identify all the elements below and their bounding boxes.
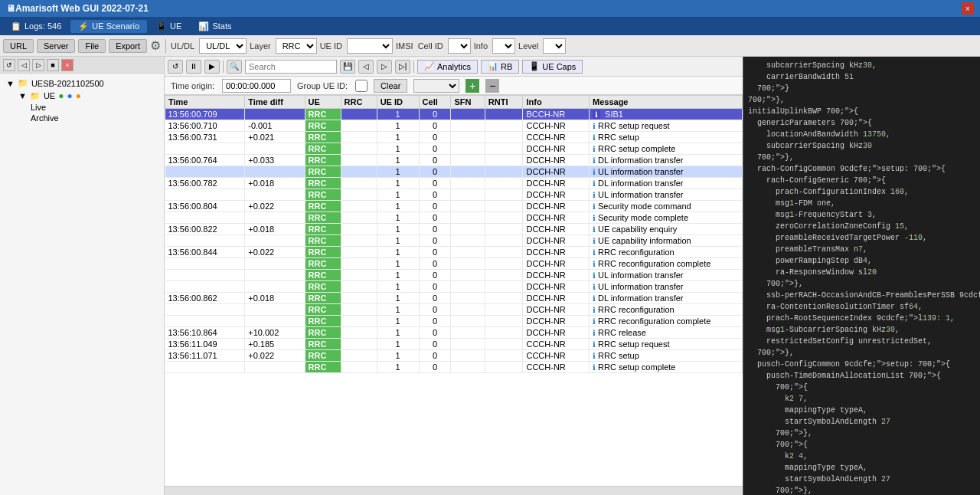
menu-ue-scenario[interactable]: ⚡ UE Scenario: [70, 20, 147, 33]
info-select[interactable]: [492, 38, 515, 54]
log-next-btn[interactable]: ▷: [377, 60, 392, 74]
add-filter-button[interactable]: +: [466, 79, 479, 93]
time-origin-input[interactable]: [222, 79, 291, 93]
info-icon: ℹ: [593, 214, 596, 222]
table-cell: RRC: [305, 189, 341, 201]
log-table-container[interactable]: Time Time diff UE RRC UE ID Cell SFN RNT…: [165, 95, 743, 486]
table-cell: ℹRRC release: [590, 327, 743, 339]
table-cell: CCCH-NR: [523, 120, 590, 132]
table-cell: ℹUL information transfer: [590, 189, 743, 201]
table-cell: [485, 143, 523, 155]
menu-ue[interactable]: 📱 UE: [149, 20, 189, 33]
close-button[interactable]: ×: [962, 2, 974, 15]
table-row[interactable]: 13:56:00.710-0.001RRC10CCCH-NRℹRRC setup…: [165, 120, 743, 132]
info-icon: ℹ: [593, 329, 596, 337]
ue-caps-button[interactable]: 📱 UE Caps: [522, 60, 583, 74]
col-rrc[interactable]: RRC: [341, 96, 377, 109]
col-cell[interactable]: Cell: [419, 96, 451, 109]
refresh-button[interactable]: ↺: [3, 59, 15, 71]
table-row[interactable]: 13:56:00.804+0.022RRC10DCCH-NRℹSecurity …: [165, 201, 743, 212]
table-cell: CCCH-NR: [523, 339, 590, 350]
forward-button[interactable]: ▷: [32, 59, 44, 71]
url-button[interactable]: URL: [3, 39, 34, 53]
table-row[interactable]: 13:56:00.782+0.018RRC10DCCH-NRℹDL inform…: [165, 178, 743, 189]
table-cell: ℹRRC reconfiguration: [590, 304, 743, 316]
analytics-button[interactable]: 📈 Analytics: [417, 60, 478, 74]
file-button[interactable]: File: [78, 39, 106, 53]
table-row[interactable]: 13:56:11.071+0.022RRC10CCCH-NRℹRRC setup: [165, 350, 743, 362]
table-cell: RRC: [305, 304, 341, 316]
stop-button[interactable]: ■: [47, 59, 59, 71]
table-cell: DCCH-NR: [523, 224, 590, 235]
log-pause-btn[interactable]: ⏸: [186, 60, 201, 74]
table-row[interactable]: 13:56:00.709RRC10BCCH-NRℹ SIB1: [165, 109, 743, 120]
tree-item-ue[interactable]: ▼ 📁 UE ● ● ●: [15, 90, 161, 102]
table-cell: RRC: [305, 362, 341, 373]
table-cell: 0: [419, 350, 451, 362]
level-select[interactable]: [543, 38, 566, 54]
table-cell: DCCH-NR: [523, 201, 590, 212]
remove-filter-button[interactable]: −: [485, 79, 499, 93]
table-cell: [451, 178, 485, 189]
log-prev-btn[interactable]: ◁: [358, 60, 374, 74]
log-save-btn[interactable]: 💾: [340, 60, 355, 74]
log-refresh-btn[interactable]: ↺: [168, 60, 183, 74]
table-row[interactable]: RRC10DCCH-NRℹSecurity mode complete: [165, 212, 743, 224]
direction-select[interactable]: UL/DL: [199, 38, 247, 54]
server-button[interactable]: Server: [37, 39, 75, 53]
col-message[interactable]: Message: [590, 96, 743, 109]
table-row[interactable]: 13:56:00.731+0.021RRC10CCCH-NRℹRRC setup: [165, 132, 743, 143]
cellid-select[interactable]: [448, 38, 471, 54]
table-cell: [245, 166, 305, 178]
panel-close-button[interactable]: ×: [61, 59, 74, 71]
tree-item-archive[interactable]: Archive: [28, 113, 161, 123]
log-last-btn[interactable]: ▷|: [395, 60, 410, 74]
table-row[interactable]: 13:56:00.844+0.022RRC10DCCH-NRℹRRC recon…: [165, 247, 743, 258]
group-checkbox[interactable]: [355, 80, 368, 92]
table-row[interactable]: RRC10DCCH-NRℹUL information transfer: [165, 189, 743, 201]
code-line: rach-ConfigGeneric 700;">{: [748, 175, 975, 186]
table-row[interactable]: 13:56:00.822+0.018RRC10DCCH-NRℹUE capabi…: [165, 224, 743, 235]
table-row[interactable]: RRC10DCCH-NRℹUL information transfer: [165, 166, 743, 178]
back-button[interactable]: ◁: [18, 59, 30, 71]
table-row[interactable]: RRC10CCCH-NRℹRRC setup complete: [165, 362, 743, 373]
export-button[interactable]: Export: [109, 39, 147, 53]
table-cell: [341, 362, 377, 373]
col-rnti[interactable]: RNTI: [485, 96, 523, 109]
time-filter-select[interactable]: [413, 79, 459, 93]
menu-logs[interactable]: 📋 Logs: 546: [3, 20, 69, 33]
log-filter-btn[interactable]: 🔍: [227, 60, 242, 74]
table-row[interactable]: RRC10DCCH-NRℹUE capability information: [165, 235, 743, 247]
table-row[interactable]: 13:56:00.862+0.018RRC10DCCH-NRℹDL inform…: [165, 293, 743, 304]
bottom-scrollbar[interactable]: [165, 486, 743, 495]
col-ue[interactable]: UE: [305, 96, 341, 109]
tree-item-live[interactable]: Live: [28, 102, 161, 113]
table-cell: [341, 247, 377, 258]
table-row[interactable]: 13:56:00.764+0.033RRC10DCCH-NRℹDL inform…: [165, 155, 743, 166]
table-row[interactable]: 13:56:10.864+10.002RRC10DCCH-NRℹRRC rele…: [165, 327, 743, 339]
layer-select[interactable]: RRC: [276, 38, 317, 54]
table-row[interactable]: RRC10DCCH-NRℹUL information transfer: [165, 270, 743, 281]
clear-button[interactable]: Clear: [374, 79, 407, 93]
col-info[interactable]: Info: [523, 96, 590, 109]
code-line: powerRampingStep dB4,: [748, 255, 975, 267]
col-timediff[interactable]: Time diff: [245, 96, 305, 109]
tree-item-root[interactable]: ▼ 📁 UESB-2021102500: [3, 77, 161, 90]
table-row[interactable]: 13:56:11.049+0.185RRC10CCCH-NRℹRRC setup…: [165, 339, 743, 350]
rb-button[interactable]: 📊 RB: [481, 60, 519, 74]
table-row[interactable]: RRC10DCCH-NRℹRRC setup complete: [165, 143, 743, 155]
col-time[interactable]: Time: [165, 96, 245, 109]
log-forward-btn[interactable]: ▶: [204, 60, 220, 74]
menu-stats[interactable]: 📊 Stats: [191, 20, 239, 33]
search-input[interactable]: [245, 60, 337, 74]
table-cell: RRC: [305, 201, 341, 212]
table-cell: 1: [377, 120, 419, 132]
table-row[interactable]: RRC10DCCH-NRℹRRC reconfiguration: [165, 304, 743, 316]
col-ueid[interactable]: UE ID: [377, 96, 419, 109]
settings-icon[interactable]: ⚙: [150, 38, 161, 53]
ueid-select[interactable]: [347, 38, 393, 54]
col-sfn[interactable]: SFN: [451, 96, 485, 109]
table-row[interactable]: RRC10DCCH-NRℹRRC reconfiguration complet…: [165, 316, 743, 327]
table-row[interactable]: RRC10DCCH-NRℹUL information transfer: [165, 281, 743, 293]
table-row[interactable]: RRC10DCCH-NRℹRRC reconfiguration complet…: [165, 258, 743, 270]
